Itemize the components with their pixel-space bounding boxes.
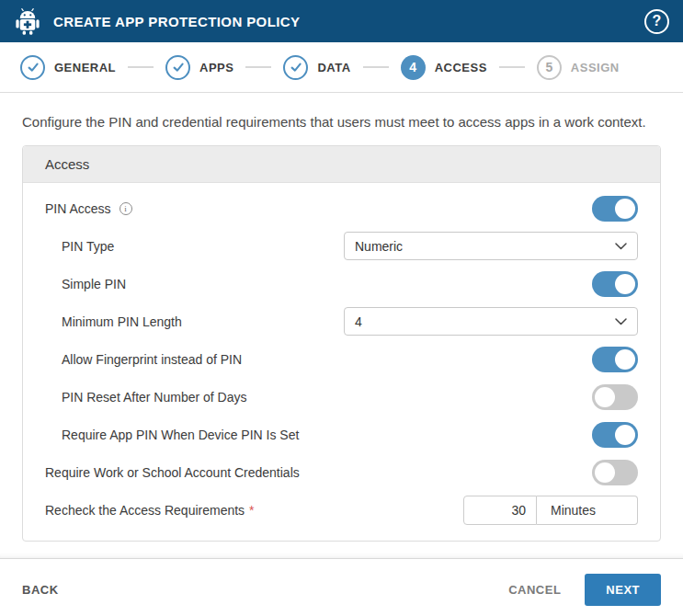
dialog-titlebar: CREATE APP PROTECTION POLICY ? bbox=[0, 0, 683, 42]
step-label: ACCESS bbox=[435, 61, 487, 74]
check-icon bbox=[20, 55, 45, 80]
recheck-unit-addon: Minutes bbox=[537, 496, 638, 525]
row-pin-type: PIN Type Numeric bbox=[45, 227, 638, 265]
toggle-knob bbox=[595, 387, 615, 407]
row-pin-access: PIN Access i bbox=[45, 189, 638, 227]
minimum-pin-length-label: Minimum PIN Length bbox=[45, 314, 182, 329]
check-icon bbox=[165, 55, 190, 80]
toggle-knob bbox=[615, 425, 635, 445]
dialog-title: CREATE APP PROTECTION POLICY bbox=[53, 14, 300, 29]
step-label: APPS bbox=[199, 61, 233, 74]
minimum-pin-length-selected-value: 4 bbox=[355, 314, 362, 329]
check-icon bbox=[283, 55, 308, 80]
cancel-button[interactable]: CANCEL bbox=[508, 583, 561, 597]
toggle-knob bbox=[615, 274, 635, 294]
pin-type-select[interactable]: Numeric bbox=[344, 232, 638, 260]
step-number: 4 bbox=[401, 55, 426, 80]
require-app-pin-toggle[interactable] bbox=[592, 422, 638, 448]
simple-pin-toggle[interactable] bbox=[592, 271, 638, 297]
row-minimum-pin-length: Minimum PIN Length 4 bbox=[45, 302, 638, 340]
require-credentials-toggle[interactable] bbox=[592, 460, 638, 485]
row-pin-reset: PIN Reset After Number of Days bbox=[45, 378, 638, 416]
toggle-knob bbox=[615, 349, 635, 370]
next-button[interactable]: NEXT bbox=[585, 574, 661, 606]
step-access-current[interactable]: 4 ACCESS bbox=[401, 55, 487, 80]
step-connector bbox=[128, 66, 154, 68]
required-marker: * bbox=[249, 503, 254, 518]
step-data[interactable]: DATA bbox=[283, 55, 350, 80]
minimum-pin-length-select[interactable]: 4 bbox=[344, 307, 638, 336]
toggle-knob bbox=[595, 462, 615, 483]
recheck-access-label: Recheck the Access Requirements * bbox=[45, 503, 255, 518]
recheck-access-input-group: Minutes bbox=[463, 496, 638, 525]
pin-type-label: PIN Type bbox=[45, 239, 114, 254]
step-label: GENERAL bbox=[54, 61, 116, 74]
pin-type-selected-value: Numeric bbox=[355, 239, 403, 254]
step-apps[interactable]: APPS bbox=[165, 55, 233, 80]
allow-fingerprint-toggle[interactable] bbox=[592, 347, 638, 372]
step-label: DATA bbox=[317, 61, 350, 74]
step-connector bbox=[363, 66, 389, 68]
row-simple-pin: Simple PIN bbox=[45, 265, 638, 302]
wizard-stepper: GENERAL APPS DATA 4 ACCESS 5 ASSIGN bbox=[0, 42, 683, 93]
chevron-down-icon bbox=[615, 318, 627, 325]
step-label: ASSIGN bbox=[571, 61, 620, 74]
require-app-pin-label: Require App PIN When Device PIN Is Set bbox=[45, 428, 299, 442]
info-icon[interactable]: i bbox=[120, 202, 132, 215]
step-number: 5 bbox=[537, 55, 562, 80]
row-recheck-access: Recheck the Access Requirements * Minute… bbox=[45, 491, 638, 529]
simple-pin-label: Simple PIN bbox=[45, 277, 126, 291]
access-section-body: PIN Access i PIN Type Numeric Simple PIN… bbox=[23, 183, 660, 541]
row-require-credentials: Require Work or School Account Credentia… bbox=[45, 453, 638, 491]
row-allow-fingerprint: Allow Fingerprint instead of PIN bbox=[45, 340, 638, 378]
help-icon[interactable]: ? bbox=[644, 9, 669, 34]
access-section: Access PIN Access i PIN Type Numeric Sim… bbox=[22, 145, 661, 542]
page-description: Configure the PIN and credential require… bbox=[22, 114, 661, 130]
access-section-title: Access bbox=[23, 146, 660, 183]
pin-reset-label: PIN Reset After Number of Days bbox=[45, 390, 247, 405]
toggle-knob bbox=[615, 199, 635, 219]
pin-access-label: PIN Access i bbox=[45, 201, 132, 216]
step-connector bbox=[499, 66, 525, 68]
recheck-minutes-input[interactable] bbox=[463, 496, 537, 525]
android-add-icon bbox=[14, 7, 41, 35]
step-general[interactable]: GENERAL bbox=[20, 55, 116, 80]
footer-actions: BACK CANCEL NEXT bbox=[0, 559, 683, 616]
require-credentials-label: Require Work or School Account Credentia… bbox=[45, 465, 300, 480]
back-button[interactable]: BACK bbox=[22, 583, 59, 597]
chevron-down-icon bbox=[615, 243, 627, 250]
create-app-protection-policy-dialog: CREATE APP PROTECTION POLICY ? GENERAL A… bbox=[0, 0, 683, 616]
allow-fingerprint-label: Allow Fingerprint instead of PIN bbox=[45, 352, 242, 367]
pin-access-toggle[interactable] bbox=[592, 196, 638, 222]
step-connector bbox=[245, 66, 271, 68]
row-require-app-pin: Require App PIN When Device PIN Is Set bbox=[45, 416, 638, 453]
footer-divider bbox=[0, 542, 683, 559]
pin-reset-toggle[interactable] bbox=[592, 384, 638, 410]
step-assign[interactable]: 5 ASSIGN bbox=[537, 55, 620, 80]
